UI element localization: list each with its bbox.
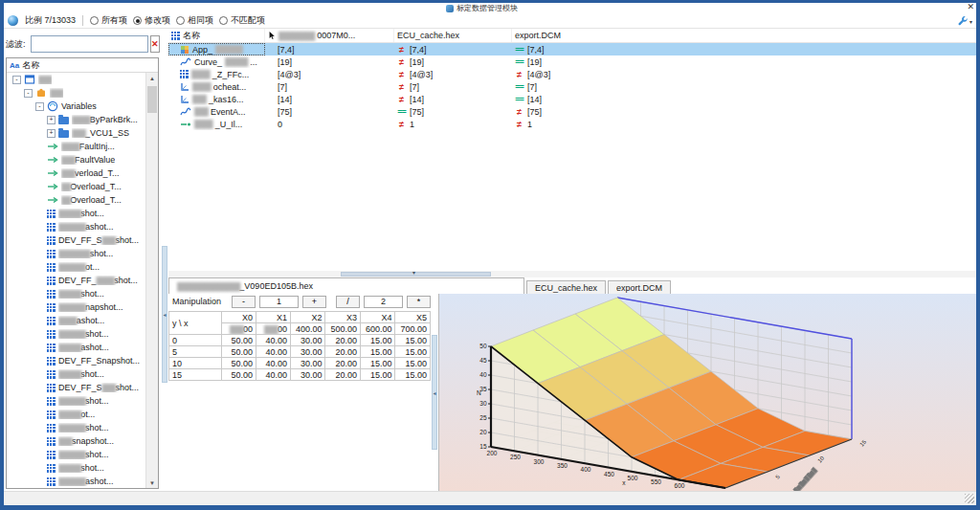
chart-splitter[interactable]: ◂ (431, 294, 438, 491)
x-breakpoint-cell[interactable]: 400.00 (290, 323, 325, 335)
map-value-cell[interactable]: 30.00 (290, 335, 325, 346)
tree-item[interactable]: -Variables (7, 100, 145, 113)
radio-option-2[interactable]: 相同项 (176, 14, 213, 27)
y-label-cell[interactable]: 10 (169, 358, 222, 369)
map-value-cell[interactable]: 15.00 (395, 358, 431, 369)
x-breakpoint-cell[interactable]: 700.00 (395, 323, 431, 335)
tree-item[interactable]: ███snapshot... (7, 434, 145, 448)
tree-item[interactable]: +████ByParkBrk... (7, 113, 145, 126)
chevron-down-icon[interactable]: ▾ (969, 18, 972, 25)
map-value-cell[interactable]: 15.00 (360, 369, 395, 381)
compare-column-header-2[interactable]: ECU_cache.hex (394, 29, 512, 42)
name-cell[interactable]: ████_U_Il... (168, 118, 265, 130)
tree-scrollbar[interactable]: ▲ ▼ (145, 73, 158, 488)
multiply-button[interactable]: * (407, 296, 431, 308)
tree-item[interactable]: ██████ot... (7, 260, 145, 274)
scroll-up-icon[interactable]: ▲ (146, 73, 158, 83)
tree-item[interactable]: ██Overload_T... (7, 193, 145, 207)
tree-item[interactable]: █████ashot... (7, 341, 145, 354)
x-breakpoint-cell[interactable]: 600.00 (360, 323, 395, 335)
compare-column-header-1[interactable]: ████████0007M0... (265, 29, 394, 42)
map-value-cell[interactable]: 15.00 (360, 358, 395, 369)
radio-option-1[interactable]: 修改项 (133, 14, 170, 27)
tree-scroll-thumb[interactable] (147, 86, 157, 113)
tree-item[interactable]: ███verload_T... (7, 166, 145, 180)
tree-item[interactable]: █████shot... (7, 461, 145, 475)
map-value-cell[interactable]: 15.00 (360, 346, 395, 358)
close-icon[interactable]: ✕ (967, 2, 974, 11)
tree-item[interactable]: DEV_FF_████shot... (7, 274, 145, 287)
tree-item[interactable]: ██Overload_T... (7, 180, 145, 193)
radio-icon[interactable] (90, 16, 99, 25)
tree-item[interactable]: ██████shot... (7, 448, 145, 461)
map-value-cell[interactable]: 20.00 (325, 358, 361, 369)
name-cell[interactable]: ████_Z_FFc... (168, 68, 265, 80)
x-header-cell[interactable]: X0 (222, 312, 256, 323)
step-value-field[interactable]: 1 (259, 296, 299, 308)
radio-icon[interactable] (133, 16, 142, 25)
tree-item[interactable]: ██████shot... (7, 394, 145, 408)
radio-icon[interactable] (176, 16, 185, 25)
tree-item[interactable]: ██████napshot... (7, 300, 145, 314)
name-cell[interactable]: ███EventA... (168, 105, 265, 118)
map-value-cell[interactable]: 15.00 (395, 346, 431, 358)
tree-item[interactable]: -███ (7, 86, 145, 100)
map-value-cell[interactable]: 40.00 (256, 346, 291, 358)
x-header-cell[interactable]: X3 (325, 312, 361, 323)
map-value-cell[interactable]: 40.00 (256, 335, 291, 346)
decrement-button[interactable]: - (232, 296, 256, 308)
compare-sphere-icon[interactable] (8, 15, 18, 26)
tools-menu[interactable]: ▾ (957, 15, 972, 27)
map-value-cell[interactable]: 30.00 (290, 346, 325, 358)
tree-item[interactable]: +███_VCU1_SS (7, 126, 145, 140)
tree-item[interactable]: ████ashot... (7, 314, 145, 327)
tree-item[interactable]: █████shot... (7, 367, 145, 381)
tree-item[interactable]: ███FaultValue (7, 153, 145, 166)
increment-button[interactable]: + (302, 296, 326, 308)
name-cell[interactable]: App_██████ (168, 43, 265, 55)
left-splitter-collapse[interactable]: ◂ (162, 246, 167, 383)
tree-item[interactable]: ███████shot... (7, 247, 145, 260)
x-breakpoint-cell[interactable]: 500.00 (325, 323, 361, 335)
compare-column-header-0[interactable]: 名称 (168, 29, 265, 42)
scroll-down-icon[interactable]: ▼ (146, 477, 158, 488)
tree-item[interactable]: DEV_FF_S███shot... (7, 233, 145, 247)
map-value-cell[interactable]: 50.00 (222, 346, 256, 358)
compare-row[interactable]: App_██████[7,4]≠[7,4]==[7,4] (168, 43, 977, 55)
y-label-cell[interactable]: 15 (169, 369, 222, 381)
horizontal-scrollbar[interactable]: ▾ (168, 271, 977, 277)
tree-item[interactable]: ██████shot... (7, 327, 145, 341)
tree-item[interactable]: ████FaultInj... (7, 140, 145, 153)
map-value-cell[interactable]: 20.00 (325, 346, 361, 358)
resize-grip[interactable] (965, 494, 974, 503)
y-label-cell[interactable]: 5 (169, 346, 222, 358)
tree-item[interactable]: -███ (7, 73, 145, 86)
map-value-cell[interactable]: 20.00 (325, 335, 361, 346)
map-value-cell[interactable]: 15.00 (360, 335, 395, 346)
expander-icon[interactable]: + (47, 129, 56, 138)
expander-icon[interactable]: + (47, 116, 56, 124)
chart-splitter-collapse[interactable]: ◂ (432, 335, 437, 450)
radio-option-3[interactable]: 不匹配项 (219, 14, 265, 27)
compare-row[interactable]: ████ocheat...[7]≠[7]==[7] (168, 80, 977, 93)
tree-item[interactable]: █████shot... (7, 207, 145, 220)
map-value-cell[interactable]: 20.00 (325, 369, 361, 381)
compare-column-header-3[interactable]: export.DCM (512, 29, 977, 42)
map-value-cell[interactable]: 50.00 (222, 358, 256, 369)
expander-icon[interactable]: - (12, 76, 21, 84)
compare-row[interactable]: ███_kas16...[14]≠[14]==[14] (168, 93, 977, 105)
radio-option-0[interactable]: 所有项 (90, 14, 127, 27)
tree-item[interactable]: DEV_FF_S███shot... (7, 381, 145, 394)
compare-row[interactable]: Curve_█████...[19]≠[19]==[19] (168, 55, 977, 68)
x-breakpoint-cell[interactable]: ███00 (256, 323, 291, 335)
compare-row[interactable]: ████_Z_FFc...[4@3]≠[4@3]≠[4@3] (168, 68, 977, 80)
tree-item[interactable]: ██████ashot... (7, 475, 145, 488)
x-header-cell[interactable]: X5 (395, 312, 431, 323)
name-cell[interactable]: ███_kas16... (168, 93, 265, 105)
clear-filter-icon[interactable]: ✕ (150, 35, 160, 53)
expander-icon[interactable]: - (24, 89, 33, 98)
tab-2[interactable]: export.DCM (608, 280, 671, 294)
tree-item[interactable]: ██████ashot... (7, 220, 145, 233)
x-header-cell[interactable]: X1 (256, 312, 291, 323)
tree-header[interactable]: Aa 名称 (7, 58, 158, 73)
